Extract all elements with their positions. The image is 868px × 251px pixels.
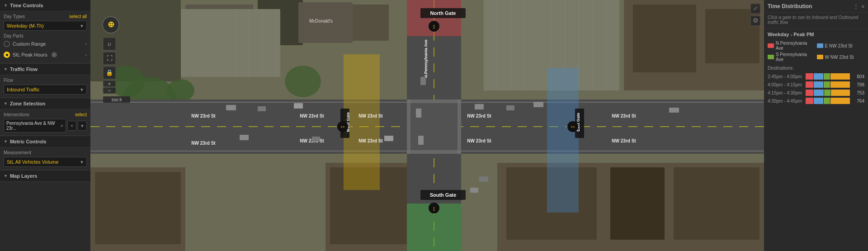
zone-selection-section: ▼ Zone Selection Intersections select Pe… bbox=[0, 98, 90, 136]
svg-rect-96 bbox=[479, 176, 488, 182]
svg-rect-46 bbox=[407, 99, 461, 154]
legend-label-2: S Pennsylvania Ave bbox=[776, 52, 816, 62]
svg-text:South Gate: South Gate bbox=[430, 192, 457, 198]
bar-segment bbox=[824, 90, 831, 96]
svg-rect-93 bbox=[669, 108, 679, 113]
legend-color-1 bbox=[817, 43, 823, 48]
bar-container bbox=[806, 90, 850, 96]
svg-text:North Gate: North Gate bbox=[430, 10, 456, 16]
legend-color-2 bbox=[768, 55, 774, 59]
svg-rect-95 bbox=[470, 188, 478, 193]
traffic-flow-section: ▼ Traffic Flow Flow Inbound Traffic Outb… bbox=[0, 64, 90, 98]
traffic-flow-arrow: ▼ bbox=[4, 67, 8, 71]
bar-segment bbox=[814, 81, 823, 88]
tag-clear-btn[interactable]: × bbox=[67, 121, 76, 131]
zone-selection-arrow: ▼ bbox=[4, 101, 8, 106]
stl-peak-radio[interactable] bbox=[4, 52, 10, 58]
right-panel: Time Distribution ⋮ ≡ Click a gate to se… bbox=[764, 0, 868, 251]
bar-segment bbox=[806, 81, 813, 88]
flow-select[interactable]: Inbound Traffic Outbound Traffic bbox=[4, 85, 87, 95]
measurement-label: Measurement bbox=[4, 150, 87, 155]
svg-text:500 ft: 500 ft bbox=[112, 98, 122, 102]
bar-segment bbox=[814, 98, 823, 104]
svg-text:NW 23rd St: NW 23rd St bbox=[612, 114, 636, 118]
stl-peak-info[interactable]: i bbox=[52, 52, 57, 57]
time-slot: 4:15pm - 4:30pm bbox=[768, 90, 804, 95]
svg-text:NW 23rd St: NW 23rd St bbox=[467, 138, 491, 143]
bar-segment bbox=[830, 73, 850, 80]
select-all-link[interactable]: select all bbox=[69, 14, 87, 19]
stl-peak-option[interactable]: StL Peak Hours i › bbox=[4, 49, 87, 60]
legend-label-1: E NW 23rd St bbox=[825, 43, 853, 48]
intersections-select-link[interactable]: select bbox=[75, 112, 87, 117]
legend-container: N Pennsylvania Ave E NW 23rd St S Pennsy… bbox=[764, 39, 868, 65]
legend-item-0: N Pennsylvania Ave bbox=[768, 41, 816, 51]
bar-segment bbox=[824, 98, 830, 104]
svg-text:NW 23rd St: NW 23rd St bbox=[191, 114, 216, 118]
intersections-label-row: Intersections select bbox=[4, 112, 87, 117]
time-period-label: Weekday - Peak PM bbox=[764, 29, 868, 39]
svg-text:−: − bbox=[108, 88, 111, 93]
svg-text:NW 23rd St: NW 23rd St bbox=[359, 138, 383, 143]
day-types-select[interactable]: Weekday (M-Th) bbox=[4, 21, 87, 31]
right-panel-subtitle: Click a gate to see its Inbound and Outb… bbox=[764, 13, 868, 29]
time-controls-header[interactable]: ▼ Time Controls bbox=[0, 0, 90, 11]
bar-segment bbox=[831, 90, 850, 96]
traffic-flow-title: Traffic Flow bbox=[10, 66, 38, 72]
day-types-dropdown-wrapper: Weekday (M-Th) ▼ bbox=[4, 21, 87, 31]
svg-rect-7 bbox=[181, 9, 280, 77]
svg-rect-83 bbox=[258, 106, 266, 111]
svg-text:⌕: ⌕ bbox=[108, 40, 111, 47]
zone-selection-title: Zone Selection bbox=[10, 101, 45, 106]
right-panel-menu-btn[interactable]: ⋮ bbox=[853, 3, 859, 9]
flow-label: Flow bbox=[4, 78, 87, 83]
metric-controls-arrow: ▼ bbox=[4, 139, 8, 144]
intersection-tag-row: Pennsylvania Ave & NW 23r... × × ▼ bbox=[4, 119, 87, 133]
traffic-flow-header[interactable]: ▼ Traffic Flow bbox=[0, 64, 90, 75]
bar-segment bbox=[824, 73, 830, 80]
tag-dropdown-btn[interactable]: ▼ bbox=[78, 121, 87, 131]
bar-segment bbox=[806, 98, 813, 104]
svg-text:McDonald's: McDonald's bbox=[309, 19, 333, 24]
bar-segment bbox=[830, 98, 850, 104]
bar-container bbox=[806, 98, 850, 104]
legend-item-1: E NW 23rd St bbox=[817, 41, 865, 51]
svg-point-38 bbox=[167, 79, 194, 102]
zone-selection-header[interactable]: ▼ Zone Selection bbox=[0, 98, 90, 109]
svg-rect-52 bbox=[547, 68, 579, 213]
svg-text:↕: ↕ bbox=[433, 23, 436, 30]
right-panel-title: Time Distribution bbox=[768, 3, 812, 9]
map-layers-header[interactable]: ▼ Map Layers bbox=[0, 170, 90, 182]
metric-controls-header[interactable]: ▼ Metric Controls bbox=[0, 136, 90, 147]
time-slot: 4:00pm - 4:15pm bbox=[768, 82, 804, 87]
svg-text:⤢: ⤢ bbox=[753, 5, 758, 12]
map-area[interactable]: McDonald's bbox=[90, 0, 764, 251]
svg-text:⊕: ⊕ bbox=[108, 20, 114, 29]
time-controls-arrow: ▼ bbox=[4, 3, 8, 8]
custom-range-option[interactable]: Custom Range › bbox=[4, 38, 87, 49]
flow-dropdown-wrapper: Inbound Traffic Outbound Traffic ▼ bbox=[4, 85, 87, 95]
svg-rect-87 bbox=[533, 102, 543, 107]
time-row: 4:00pm - 4:15pm788 bbox=[764, 81, 868, 89]
right-panel-settings-btn[interactable]: ≡ bbox=[862, 4, 864, 9]
tag-remove-btn[interactable]: × bbox=[61, 123, 63, 128]
svg-text:N.Pennsylvania Ave: N.Pennsylvania Ave bbox=[424, 40, 428, 78]
svg-text:↕: ↕ bbox=[433, 205, 436, 212]
intersection-tag-text: Pennsylvania Ave & NW 23r... bbox=[6, 121, 59, 131]
legend-item-3: W NW 23rd St bbox=[817, 52, 865, 62]
bar-container bbox=[806, 81, 850, 88]
time-row: 4:30pm - 4:45pm764 bbox=[764, 97, 868, 105]
time-slot: 4:30pm - 4:45pm bbox=[768, 99, 804, 104]
bar-segment bbox=[806, 90, 813, 96]
svg-rect-86 bbox=[506, 105, 514, 110]
svg-text:↔: ↔ bbox=[340, 123, 346, 130]
measurement-select[interactable]: StL All Vehicles Volume bbox=[4, 157, 87, 167]
svg-text:⚙: ⚙ bbox=[753, 17, 759, 24]
stl-peak-label: StL Peak Hours bbox=[13, 52, 47, 57]
svg-rect-92 bbox=[420, 77, 426, 85]
map-canvas: McDonald's bbox=[90, 0, 764, 251]
row-total: 764 bbox=[852, 99, 864, 104]
svg-rect-94 bbox=[384, 136, 393, 141]
custom-range-radio[interactable] bbox=[4, 41, 10, 47]
legend-color-3 bbox=[817, 55, 823, 59]
